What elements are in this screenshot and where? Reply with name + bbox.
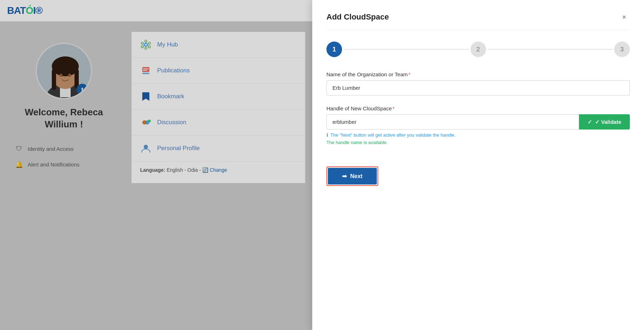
bookmark-icon [140, 91, 152, 102]
handle-row: ✓ ✓ Validate [326, 114, 630, 130]
my-hub-icon [140, 39, 152, 50]
svg-point-10 [145, 40, 147, 42]
logo: BATÓI® [7, 5, 43, 16]
svg-point-8 [68, 74, 71, 77]
next-button-wrapper: ➡ Next [326, 166, 378, 186]
handle-label: Handle of New CloudSpace* [326, 105, 630, 111]
personal-profile-icon [140, 143, 152, 154]
nav-item-bookmark[interactable]: Bookmark [132, 84, 305, 110]
step-line-1-2 [343, 49, 469, 50]
step-2: 2 [470, 42, 486, 57]
nav-item-personal-profile[interactable]: Personal Profile [132, 136, 305, 161]
svg-point-15 [141, 42, 143, 44]
next-arrow-icon: ➡ [342, 173, 347, 180]
nav-item-publications[interactable]: Publications [132, 58, 305, 84]
language-bar: Language: English - Odia - 🔄 Change [132, 161, 305, 178]
svg-point-9 [144, 43, 147, 46]
language-text: Language: English - Odia - 🔄 Change [140, 167, 227, 173]
change-link[interactable]: Change [210, 167, 227, 173]
publications-label: Publications [157, 67, 190, 74]
info-message: ℹ The "Next" button will get active afte… [326, 132, 630, 138]
alerts-icon: 🔔 [14, 160, 24, 170]
bg-content: ⬆ Welcome, Rebeca Willium ! 🛡 Identity a… [0, 21, 312, 194]
modal-panel: Add CloudSpace × 1 2 3 Name of the Organ… [312, 0, 644, 330]
identity-label: Identity and Access [28, 146, 73, 152]
validate-checkmark-icon: ✓ [588, 119, 592, 125]
identity-icon: 🛡 [14, 144, 24, 154]
profile-sidebar: ⬆ Welcome, Rebeca Willium ! 🛡 Identity a… [7, 32, 121, 183]
identity-access-link[interactable]: 🛡 Identity and Access [14, 141, 114, 157]
svg-rect-23 [143, 68, 149, 69]
step-3: 3 [614, 42, 630, 57]
nav-item-discussion[interactable]: Discussion [132, 110, 305, 136]
modal-title: Add CloudSpace [326, 12, 389, 22]
bg-header: BATÓI® [0, 0, 312, 21]
steps-container: 1 2 3 [326, 42, 630, 57]
svg-rect-25 [142, 73, 149, 74]
svg-point-13 [145, 47, 147, 49]
nav-item-my-hub[interactable]: My Hub [132, 32, 305, 58]
welcome-text: Welcome, Rebeca Willium ! [14, 106, 114, 131]
avatar-upload-icon[interactable]: ⬆ [77, 84, 88, 95]
step-1: 1 [326, 42, 342, 57]
personal-profile-label: Personal Profile [157, 145, 200, 152]
svg-rect-24 [143, 70, 147, 71]
svg-point-28 [148, 120, 151, 122]
svg-point-12 [148, 46, 150, 48]
validate-button[interactable]: ✓ ✓ Validate [579, 114, 630, 130]
my-hub-label: My Hub [157, 41, 178, 48]
handle-group: Handle of New CloudSpace* ✓ ✓ Validate ℹ… [326, 105, 630, 145]
background-page: BATÓI® [0, 0, 312, 330]
info-icon: ℹ [326, 132, 328, 138]
discussion-label: Discussion [157, 119, 186, 126]
svg-point-29 [144, 145, 148, 149]
svg-rect-22 [142, 67, 149, 72]
info-text: The "Next" button will get active after … [330, 132, 456, 138]
modal-header: Add CloudSpace × [326, 11, 630, 30]
success-message: The handle name is available. [326, 140, 630, 145]
svg-rect-5 [52, 69, 56, 90]
nav-menu: My Hub Publications [131, 32, 305, 183]
org-name-input[interactable] [326, 80, 630, 95]
bookmark-label: Bookmark [157, 93, 185, 100]
step-line-2-3 [488, 49, 613, 50]
svg-line-20 [143, 45, 145, 46]
alerts-link[interactable]: 🔔 Alert and Notifications [14, 157, 114, 172]
validate-label: ✓ Validate [595, 119, 621, 125]
svg-line-18 [147, 45, 148, 46]
svg-point-14 [141, 46, 143, 48]
next-button[interactable]: ➡ Next [328, 168, 377, 185]
svg-point-11 [148, 42, 150, 44]
publications-icon [140, 65, 152, 76]
org-label: Name of the Organization or Team* [326, 71, 630, 77]
avatar: ⬆ [35, 43, 92, 99]
org-name-group: Name of the Organization or Team* [326, 71, 630, 95]
svg-point-7 [60, 74, 62, 77]
discussion-icon [140, 117, 152, 128]
close-button[interactable]: × [618, 11, 630, 23]
handle-input[interactable] [326, 114, 579, 130]
next-label: Next [350, 173, 363, 180]
alerts-label: Alert and Notifications [28, 161, 79, 167]
